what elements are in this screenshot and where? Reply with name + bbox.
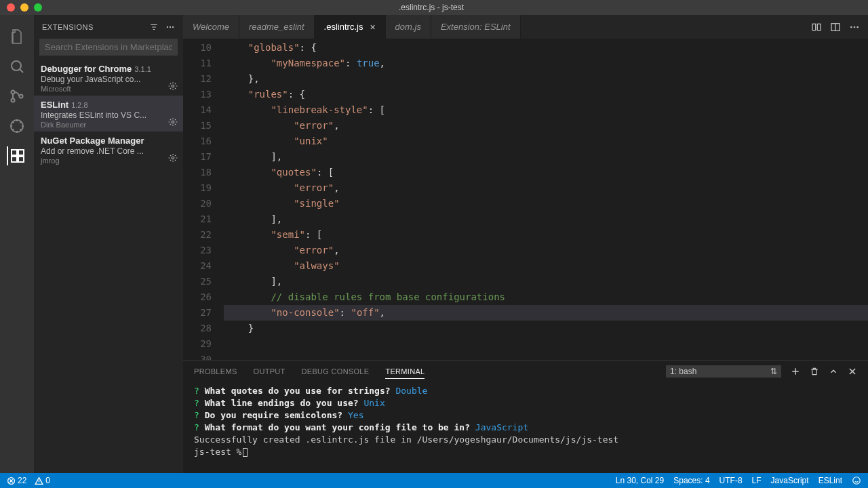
- svg-point-19: [854, 26, 856, 28]
- panel-tab-problems[interactable]: PROBLEMS: [194, 367, 237, 375]
- svg-point-22: [853, 477, 861, 485]
- status-warnings[interactable]: 0: [35, 476, 50, 485]
- tab-dom[interactable]: dom.js: [386, 15, 431, 39]
- line-gutter: 1011121314151617181920212223242526272829…: [183, 39, 224, 360]
- tab-extension-eslint[interactable]: Extension: ESLint: [431, 15, 521, 39]
- gear-icon[interactable]: [168, 117, 178, 129]
- svg-rect-8: [18, 157, 24, 162]
- editor-area: Welcome readme_eslint .eslintrc.js× dom.…: [183, 15, 868, 473]
- svg-point-9: [167, 26, 168, 27]
- svg-point-14: [172, 157, 174, 159]
- terminal-select[interactable]: 1: bash⇅: [666, 365, 781, 378]
- tab-welcome[interactable]: Welcome: [183, 15, 239, 39]
- split-compare-icon[interactable]: [811, 22, 822, 33]
- extensions-sidebar: EXTENSIONS Debugger for Chrome3.1.1 Debu…: [34, 15, 183, 473]
- svg-point-12: [172, 85, 174, 87]
- status-encoding[interactable]: UTF-8: [719, 476, 743, 485]
- more-icon[interactable]: [165, 22, 175, 32]
- status-eol[interactable]: LF: [752, 476, 762, 485]
- panel-tab-debug[interactable]: DEBUG CONSOLE: [302, 367, 370, 375]
- close-window-button[interactable]: [7, 3, 15, 12]
- extension-item[interactable]: Debugger for Chrome3.1.1 Debug your Java…: [34, 60, 183, 96]
- svg-point-20: [856, 26, 859, 28]
- window-title: .eslintrc.js - js-test: [42, 3, 821, 12]
- status-bar: 22 0 Ln 30, Col 29 Spaces: 4 UTF-8 LF Ja…: [0, 473, 868, 488]
- status-eslint[interactable]: ESLint: [818, 476, 842, 485]
- svg-point-11: [172, 26, 174, 27]
- editor-more-icon[interactable]: [849, 22, 860, 33]
- extension-item[interactable]: ESLint1.2.8 Integrates ESLint into VS C.…: [34, 96, 183, 131]
- tab-readme-eslint[interactable]: readme_eslint: [239, 15, 315, 39]
- status-cursor-position[interactable]: Ln 30, Col 29: [616, 476, 664, 485]
- status-indent[interactable]: Spaces: 4: [673, 476, 709, 485]
- terminal-cursor: [243, 448, 248, 457]
- bottom-panel: PROBLEMS OUTPUT DEBUG CONSOLE TERMINAL 1…: [183, 360, 868, 473]
- close-panel-icon[interactable]: [848, 367, 857, 376]
- status-errors[interactable]: 22: [7, 476, 26, 485]
- close-tab-icon[interactable]: ×: [370, 22, 375, 33]
- svg-point-3: [20, 95, 23, 98]
- editor-tabs: Welcome readme_eslint .eslintrc.js× dom.…: [183, 15, 868, 39]
- svg-rect-15: [812, 24, 816, 30]
- activity-bar: [0, 15, 34, 473]
- search-icon[interactable]: [7, 57, 26, 76]
- new-terminal-icon[interactable]: [791, 367, 800, 376]
- titlebar: .eslintrc.js - js-test: [0, 0, 868, 15]
- svg-point-4: [11, 120, 23, 132]
- tab-eslintrc[interactable]: .eslintrc.js×: [315, 15, 386, 39]
- gear-icon[interactable]: [168, 81, 178, 93]
- gear-icon[interactable]: [168, 153, 178, 165]
- panel-tab-terminal[interactable]: TERMINAL: [385, 367, 425, 379]
- chevron-updown-icon: ⇅: [770, 367, 777, 376]
- extension-item[interactable]: NuGet Package Manager Add or remove .NET…: [34, 131, 183, 167]
- svg-point-0: [12, 61, 21, 70]
- panel-tab-output[interactable]: OUTPUT: [254, 367, 285, 375]
- svg-rect-5: [12, 150, 17, 155]
- svg-point-18: [850, 26, 852, 28]
- maximize-window-button[interactable]: [34, 3, 42, 12]
- feedback-icon[interactable]: [852, 476, 861, 485]
- terminal-output[interactable]: ? What quotes do you use for strings? Do…: [183, 382, 868, 473]
- minimize-window-button[interactable]: [20, 3, 28, 12]
- code-editor[interactable]: 1011121314151617181920212223242526272829…: [183, 39, 868, 360]
- extensions-icon[interactable]: [7, 146, 26, 165]
- svg-rect-16: [817, 24, 821, 30]
- search-extensions-input[interactable]: [39, 39, 178, 56]
- explorer-icon[interactable]: [7, 27, 26, 46]
- svg-rect-7: [12, 157, 17, 162]
- maximize-panel-icon[interactable]: [829, 367, 838, 376]
- svg-rect-6: [18, 150, 24, 155]
- svg-point-1: [12, 91, 15, 94]
- extensions-list: Debugger for Chrome3.1.1 Debug your Java…: [34, 60, 183, 473]
- source-control-icon[interactable]: [7, 87, 26, 106]
- code-content[interactable]: "globals": { "myNamespace": true, }, "ru…: [224, 39, 868, 360]
- kill-terminal-icon[interactable]: [810, 367, 819, 376]
- split-editor-icon[interactable]: [830, 22, 841, 33]
- svg-point-2: [12, 99, 15, 102]
- status-language[interactable]: JavaScript: [771, 476, 809, 485]
- svg-point-10: [170, 26, 171, 27]
- sidebar-title: EXTENSIONS: [42, 23, 94, 31]
- window-controls: [0, 3, 42, 12]
- sidebar-header: EXTENSIONS: [34, 15, 183, 39]
- svg-point-13: [172, 121, 174, 123]
- debug-icon[interactable]: [7, 117, 26, 136]
- clear-filter-icon[interactable]: [149, 22, 159, 32]
